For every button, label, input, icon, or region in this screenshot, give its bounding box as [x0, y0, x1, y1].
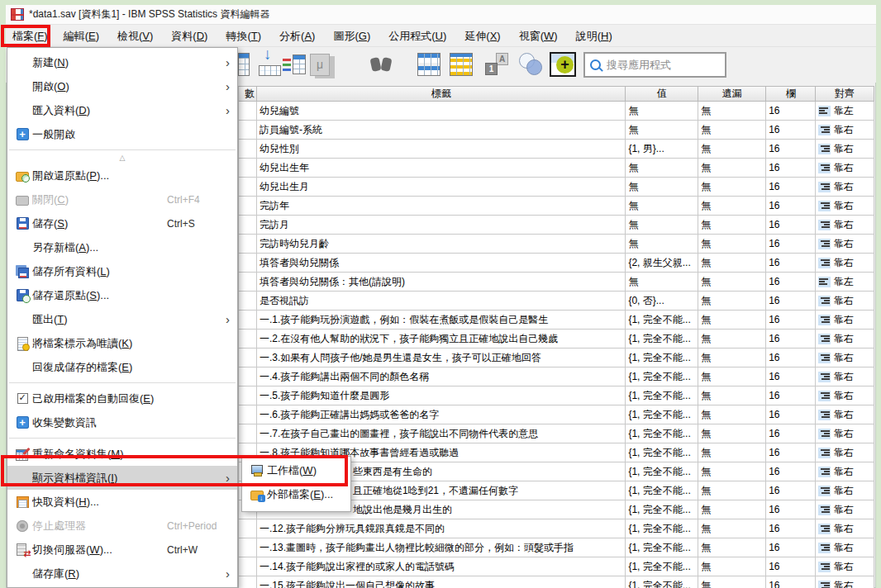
cell-decimals[interactable]: [239, 519, 257, 538]
find-icon[interactable]: [369, 53, 393, 76]
cell-columns[interactable]: 16: [766, 519, 816, 538]
file-menu-item[interactable]: 切換伺服器(W)...Ctrl+W: [7, 538, 237, 562]
file-menu-item[interactable]: 儲存所有資料(L): [7, 259, 237, 283]
cell-align[interactable]: 靠右: [816, 405, 874, 424]
cell-decimals[interactable]: [239, 159, 257, 178]
column-header[interactable]: 數: [239, 87, 257, 102]
column-header[interactable]: 標籤: [257, 87, 626, 102]
cell-columns[interactable]: 16: [766, 500, 816, 519]
search-input[interactable]: [605, 58, 720, 72]
file-menu-item[interactable]: 匯出(T)›: [7, 307, 237, 331]
column-header[interactable]: 對齊: [816, 87, 874, 102]
cell-align[interactable]: 靠右: [816, 443, 874, 462]
file-menu-item[interactable]: 一般開啟: [7, 122, 237, 146]
cell-columns[interactable]: 16: [766, 576, 816, 588]
cell-align[interactable]: 靠右: [816, 254, 874, 273]
cell-align[interactable]: 靠右: [816, 557, 874, 576]
cell-decimals[interactable]: [239, 292, 257, 311]
cell-align[interactable]: 靠右: [816, 500, 874, 519]
cell-missing[interactable]: 無: [698, 481, 766, 500]
cell-align[interactable]: 靠左: [816, 102, 874, 121]
cell-label[interactable]: 一.5.孩子能夠知道什麼是圓形: [257, 386, 626, 405]
cell-values[interactable]: {2, 親生父親...: [626, 254, 698, 273]
cell-values[interactable]: {1, 完全不能...: [626, 368, 698, 386]
cell-values[interactable]: 無: [626, 216, 698, 235]
file-menu-item[interactable]: 已啟用檔案的自動回復(E): [7, 386, 237, 410]
cell-values[interactable]: {1, 完全不能...: [626, 311, 698, 330]
cell-decimals[interactable]: [239, 254, 257, 273]
cell-missing[interactable]: 無: [698, 121, 766, 140]
file-menu-item[interactable]: 回復成儲存的檔案(E): [7, 355, 237, 379]
cell-missing[interactable]: 無: [698, 538, 766, 557]
cell-decimals[interactable]: [239, 576, 257, 588]
cell-values[interactable]: {1, 完全不能...: [626, 500, 698, 519]
cell-align[interactable]: 靠右: [816, 197, 874, 216]
cell-align[interactable]: 靠右: [816, 216, 874, 235]
cell-align[interactable]: 靠右: [816, 368, 874, 386]
cell-label[interactable]: 填答者與幼兒關係: [257, 254, 626, 273]
cell-missing[interactable]: 無: [698, 462, 766, 481]
file-menu-item[interactable]: 快取資料(H)...: [7, 490, 237, 514]
cell-columns[interactable]: 16: [766, 235, 816, 254]
menubar-item[interactable]: 資料(D): [162, 25, 217, 47]
cell-columns[interactable]: 16: [766, 140, 816, 159]
menubar-item[interactable]: 圖形(G): [324, 25, 379, 47]
cell-values[interactable]: {1, 完全不能...: [626, 386, 698, 405]
cell-values[interactable]: {1, 完全不能...: [626, 519, 698, 538]
cell-decimals[interactable]: [239, 273, 257, 292]
cell-values[interactable]: {1, 完全不能...: [626, 538, 698, 557]
menubar-item[interactable]: 公用程式(U): [379, 25, 455, 47]
cell-missing[interactable]: 無: [698, 386, 766, 405]
cell-align[interactable]: 靠右: [816, 349, 874, 368]
cell-columns[interactable]: 16: [766, 330, 816, 349]
cell-missing[interactable]: 無: [698, 349, 766, 368]
descriptives-disabled-icon[interactable]: [308, 53, 336, 76]
cell-missing[interactable]: 無: [698, 311, 766, 330]
cell-label[interactable]: 幼兒出生月: [257, 178, 626, 197]
cell-align[interactable]: 靠右: [816, 235, 874, 254]
cell-label[interactable]: 一.13.畫圖時，孩子能夠畫出人物裡比較細微的部分，例如：頭髮或手指: [257, 538, 626, 557]
cell-align[interactable]: 靠右: [816, 330, 874, 349]
cell-align[interactable]: 靠右: [816, 140, 874, 159]
cell-align[interactable]: 靠右: [816, 576, 874, 588]
cell-columns[interactable]: 16: [766, 273, 816, 292]
cell-label[interactable]: 完訪年: [257, 197, 626, 216]
cell-values[interactable]: {1, 男}...: [626, 140, 698, 159]
cell-decimals[interactable]: [239, 178, 257, 197]
menubar-item[interactable]: 分析(A): [270, 25, 324, 47]
cell-decimals[interactable]: [239, 311, 257, 330]
file-menu-item[interactable]: 關閉(C)Ctrl+F4: [7, 187, 237, 211]
cell-columns[interactable]: 16: [766, 443, 816, 462]
table-edit-partial-icon[interactable]: [238, 53, 250, 76]
cell-label[interactable]: 一.12.孩子能夠分辨玩具鏡跟真鏡是不同的: [257, 519, 626, 538]
cell-decimals[interactable]: [239, 424, 257, 443]
cell-missing[interactable]: 無: [698, 405, 766, 424]
cell-columns[interactable]: 16: [766, 405, 816, 424]
file-menu-item[interactable]: 將檔案標示為唯讀(K): [7, 331, 237, 355]
cell-missing[interactable]: 無: [698, 216, 766, 235]
submenu-item[interactable]: 外部檔案(E)...: [242, 482, 350, 506]
cell-missing[interactable]: 無: [698, 500, 766, 519]
cell-decimals[interactable]: [239, 235, 257, 254]
cell-missing[interactable]: 無: [698, 254, 766, 273]
cell-label[interactable]: 完訪時幼兒月齡: [257, 235, 626, 254]
cell-decimals[interactable]: [239, 140, 257, 159]
cell-align[interactable]: 靠右: [816, 519, 874, 538]
cell-label[interactable]: 填答者與幼兒關係：其他(請說明): [257, 273, 626, 292]
cell-label[interactable]: 是否視訊訪: [257, 292, 626, 311]
cell-values[interactable]: {1, 完全不能...: [626, 405, 698, 424]
cell-missing[interactable]: 無: [698, 443, 766, 462]
column-header[interactable]: 值: [626, 87, 698, 102]
cell-columns[interactable]: 16: [766, 178, 816, 197]
variables-icon[interactable]: [283, 53, 306, 76]
cell-missing[interactable]: 無: [698, 140, 766, 159]
cell-values[interactable]: 無: [626, 121, 698, 140]
cell-values[interactable]: {1, 完全不能...: [626, 557, 698, 576]
cell-missing[interactable]: 無: [698, 178, 766, 197]
cell-values[interactable]: 無: [626, 178, 698, 197]
cell-label[interactable]: 一.7.在孩子自己畫出的圖畫裡，孩子能說出不同物件代表的意思: [257, 424, 626, 443]
cell-columns[interactable]: 16: [766, 349, 816, 368]
cell-label[interactable]: 幼兒編號: [257, 102, 626, 121]
file-menu-item[interactable]: 另存新檔(A)...: [7, 235, 237, 259]
cell-align[interactable]: 靠左: [816, 273, 874, 292]
